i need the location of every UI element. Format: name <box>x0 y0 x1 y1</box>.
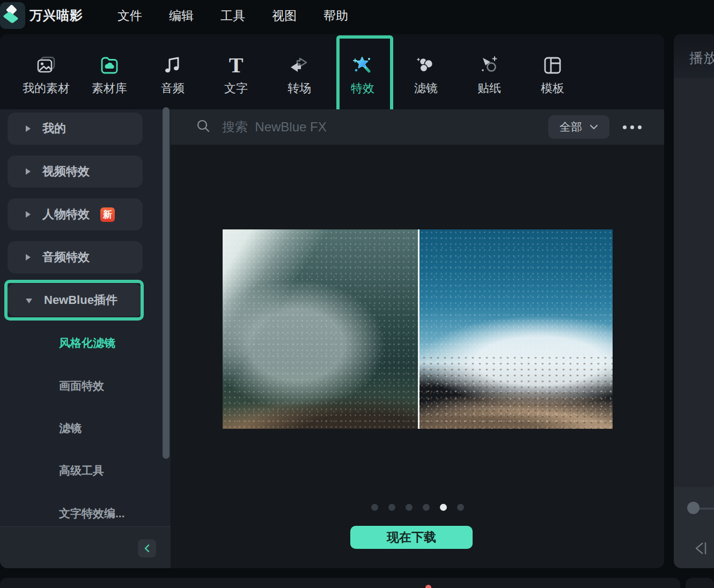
tab-label: 我的素材 <box>23 80 70 96</box>
menu-file[interactable]: 文件 <box>117 8 142 24</box>
sidebar-footer <box>0 526 171 568</box>
tab-label: 模板 <box>541 80 564 96</box>
previous-frame-icon[interactable] <box>691 539 710 560</box>
menu-view[interactable]: 视图 <box>272 8 297 24</box>
tab-label: 转场 <box>288 80 311 96</box>
menu-tools[interactable]: 工具 <box>220 8 245 24</box>
transition-icon <box>288 54 311 77</box>
chevron-left-icon <box>143 544 151 553</box>
sidebar-item-newblue-plugins[interactable]: NewBlue插件 <box>8 284 143 316</box>
playhead-marker[interactable] <box>425 585 431 588</box>
search-bar: 全部 <box>171 109 664 145</box>
search-input[interactable] <box>222 120 447 135</box>
chevron-down-icon <box>590 124 598 130</box>
tab-templates[interactable]: 模板 <box>521 34 584 109</box>
app-title: 万兴喵影 <box>30 7 83 24</box>
carousel-dot-3[interactable] <box>406 504 413 511</box>
filmora-logo-icon <box>0 2 25 29</box>
sidebar-subitem-text-effects[interactable]: 文字特效编... <box>59 506 125 521</box>
tab-transitions[interactable]: 转场 <box>268 34 331 109</box>
templates-icon <box>542 54 563 77</box>
stickers-icon <box>479 54 500 77</box>
chevron-right-icon <box>26 125 31 132</box>
sidebar-item-label: 我的 <box>42 121 66 137</box>
more-options-icon[interactable] <box>616 125 648 129</box>
chevron-down-icon <box>26 299 32 303</box>
carousel-dot-2[interactable] <box>388 504 395 511</box>
sidebar-item-label: 人物特效 <box>42 206 90 222</box>
sidebar-subitem-advanced-tools[interactable]: 高级工具 <box>59 463 104 478</box>
tab-filters[interactable]: 滤镜 <box>394 34 458 109</box>
carousel-dot-5-active[interactable] <box>440 504 447 511</box>
tab-effects[interactable]: 特效 <box>331 34 394 109</box>
player-header-label: 播放 <box>689 49 714 68</box>
main-panel: 我的素材 素材库 音频 <box>0 34 664 568</box>
tab-text[interactable]: T 文字 <box>204 34 268 109</box>
sidebar-item-label: 音频特效 <box>42 249 90 265</box>
media-icon <box>35 54 57 77</box>
tab-stickers[interactable]: 贴纸 <box>458 34 521 109</box>
tab-audio[interactable]: 音频 <box>141 34 204 109</box>
menu-edit[interactable]: 编辑 <box>169 8 194 24</box>
sidebar-subitem-filters[interactable]: 滤镜 <box>59 421 82 436</box>
tab-label: 贴纸 <box>477 80 501 96</box>
menubar: 万兴喵影 文件 编辑 工具 视图 帮助 <box>0 0 714 31</box>
zoom-slider-knob[interactable] <box>687 502 700 514</box>
tab-my-media[interactable]: 我的素材 <box>14 34 78 109</box>
sidebar-item-label: 视频特效 <box>42 163 90 180</box>
zoom-slider-track <box>698 508 714 510</box>
tab-stock-library[interactable]: 素材库 <box>78 34 141 109</box>
tab-label: 素材库 <box>92 80 127 96</box>
effects-icon <box>351 54 374 77</box>
sidebar-item-audio-effects[interactable]: 音频特效 <box>8 241 143 273</box>
player-panel-header: 播放 <box>674 34 714 78</box>
carousel-dot-1[interactable] <box>371 504 378 511</box>
tab-label: 特效 <box>351 80 374 96</box>
banner-after-image <box>418 229 613 429</box>
asset-tab-bar: 我的素材 素材库 音频 <box>0 34 664 109</box>
search-icon <box>196 119 210 135</box>
menu-help[interactable]: 帮助 <box>323 8 348 24</box>
sidebar-item-mine[interactable]: 我的 <box>8 113 143 145</box>
sidebar-item-label: NewBlue插件 <box>44 292 117 308</box>
audio-icon <box>162 54 183 77</box>
chevron-right-icon <box>26 211 31 218</box>
sidebar-item-video-effects[interactable]: 视频特效 <box>8 155 143 188</box>
carousel-dots <box>171 504 664 511</box>
timeline-strip <box>0 578 680 588</box>
filter-dropdown[interactable]: 全部 <box>548 115 609 139</box>
chevron-right-icon <box>26 168 31 175</box>
tab-label: 文字 <box>224 80 248 96</box>
text-icon: T <box>229 54 244 77</box>
logo-diamond-teal <box>3 11 19 23</box>
collapse-sidebar-button[interactable] <box>138 539 156 557</box>
effects-category-sidebar: 我的 视频特效 人物特效 新 音频特效 NewBlue插件 风格化滤镜 画面特效 <box>0 109 171 568</box>
sidebar-scrollbar[interactable] <box>163 107 170 459</box>
timeline-strip-right <box>686 578 714 588</box>
sidebar-subitem-image-effects[interactable]: 画面特效 <box>59 378 104 393</box>
chevron-right-icon <box>26 254 31 260</box>
banner-before-image <box>223 229 418 429</box>
sidebar-item-character-effects[interactable]: 人物特效 新 <box>8 198 143 230</box>
sidebar-subitem-stylized-filters[interactable]: 风格化滤镜 <box>59 336 115 351</box>
player-controls <box>674 487 714 568</box>
tab-label: 滤镜 <box>414 80 438 96</box>
filters-icon <box>415 54 437 77</box>
new-badge: 新 <box>100 207 115 222</box>
tab-label: 音频 <box>161 80 185 96</box>
newblue-promo-banner[interactable] <box>223 229 613 429</box>
menu-items: 文件 编辑 工具 视图 帮助 <box>117 8 348 24</box>
carousel-dot-6[interactable] <box>457 504 464 511</box>
effects-content-area: 现在下载 <box>171 145 664 568</box>
download-now-button[interactable]: 现在下载 <box>350 526 473 549</box>
filter-dropdown-label: 全部 <box>560 120 582 135</box>
player-panel: 播放 <box>674 34 714 568</box>
stock-library-icon <box>99 54 120 77</box>
carousel-dot-4[interactable] <box>423 504 430 511</box>
app-window: 万兴喵影 文件 编辑 工具 视图 帮助 我的素材 <box>0 0 714 588</box>
